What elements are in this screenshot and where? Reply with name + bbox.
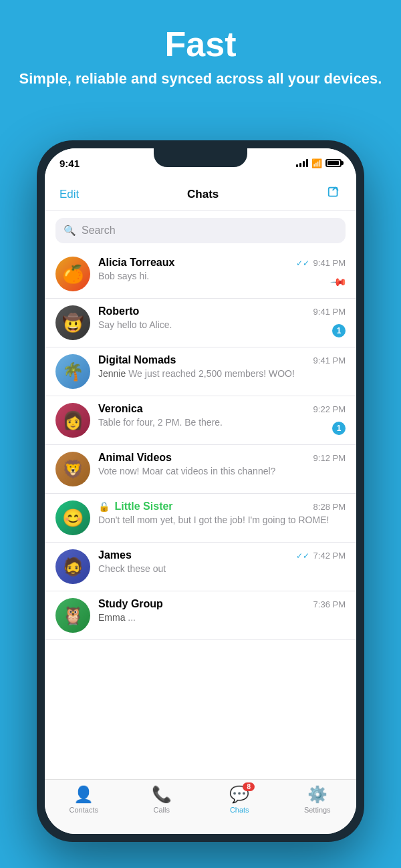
edit-button[interactable]: Edit xyxy=(59,188,79,201)
chat-time: ✓✓ 7:42 PM xyxy=(296,551,346,561)
read-receipt-icon: ✓✓ xyxy=(296,551,311,561)
chat-name: 🔒 Little Sister xyxy=(98,500,173,513)
avatar: 🦁 xyxy=(55,452,90,486)
chat-preview: Say hello to Alice. xyxy=(98,319,346,331)
chat-preview: Check these out xyxy=(98,563,346,575)
unread-badge: 1 xyxy=(332,324,346,337)
chat-name: Animal Videos xyxy=(98,452,172,464)
nav-bar: Edit Chats xyxy=(45,178,356,211)
tab-calls[interactable]: 📞 Calls xyxy=(123,785,201,814)
search-icon: 🔍 xyxy=(63,225,76,237)
page-title: Chats xyxy=(187,188,219,201)
list-item[interactable]: 🦉Study Group7:36 PMEmma ... xyxy=(45,591,356,640)
lock-icon: 🔒 xyxy=(98,501,110,512)
battery-icon xyxy=(325,159,342,167)
avatar: 🌴 xyxy=(55,354,90,389)
tab-settings[interactable]: ⚙️ Settings xyxy=(279,785,357,814)
chat-preview: Table for four, 2 PM. Be there. xyxy=(98,416,346,429)
chat-list: 🍊Alicia Torreaux✓✓ 9:41 PMBob says hi.📌🤠… xyxy=(45,250,356,640)
chat-time: 7:36 PM xyxy=(313,599,346,609)
hero-subtitle: Simple, reliable and synced across all y… xyxy=(0,69,401,89)
chat-name: James xyxy=(98,549,132,561)
tab-chats[interactable]: 💬8 Chats xyxy=(200,785,279,814)
tab-calls-label: Calls xyxy=(154,806,170,814)
list-item[interactable]: 🦁Animal Videos9:12 PMVote now! Moar cat … xyxy=(45,445,356,494)
list-item[interactable]: 😊🔒 Little Sister8:28 PMDon't tell mom ye… xyxy=(45,494,356,543)
chat-name: Roberto xyxy=(98,305,139,317)
chat-preview: Jennie We just reached 2,500 members! WO… xyxy=(98,368,346,380)
chat-time: ✓✓ 9:41 PM xyxy=(296,258,346,268)
chat-preview: Emma ... xyxy=(98,611,346,624)
chat-badge: 8 xyxy=(243,782,255,791)
chat-time: 9:41 PM xyxy=(313,307,346,317)
chat-name: Study Group xyxy=(98,598,163,610)
chat-preview: Vote now! Moar cat videos in this channe… xyxy=(98,465,346,478)
chat-preview: Don't tell mom yet, but I got the job! I… xyxy=(98,514,346,527)
tab-contacts-label: Contacts xyxy=(70,806,98,814)
compose-button[interactable] xyxy=(327,186,342,203)
list-item[interactable]: 👩Veronica9:22 PMTable for four, 2 PM. Be… xyxy=(45,396,356,445)
signal-icon xyxy=(296,159,308,167)
avatar: 🦉 xyxy=(55,598,90,633)
status-icons: 📶 xyxy=(296,158,342,168)
search-container: 🔍 Search xyxy=(45,211,356,250)
search-input[interactable]: Search xyxy=(82,225,116,237)
avatar: 😊 xyxy=(55,500,90,535)
chat-time: 9:41 PM xyxy=(313,355,346,366)
chat-preview: Bob says hi. xyxy=(98,270,346,283)
avatar: 👩 xyxy=(55,403,90,438)
calls-icon: 📞 xyxy=(152,785,172,804)
list-item[interactable]: 🍊Alicia Torreaux✓✓ 9:41 PMBob says hi.📌 xyxy=(45,250,356,299)
phone-notch xyxy=(154,148,247,167)
avatar: 🧔 xyxy=(55,549,90,584)
tab-bar: 👤 Contacts 📞 Calls 💬8 Chats ⚙️ Settings xyxy=(45,779,356,834)
phone-frame: 9:41 📶 Edit Chats xyxy=(37,140,364,842)
hero-title: Fast xyxy=(0,25,401,63)
chat-name: Digital Nomads xyxy=(98,354,176,366)
contacts-icon: 👤 xyxy=(74,785,94,804)
list-item[interactable]: 🌴Digital Nomads9:41 PMJennie We just rea… xyxy=(45,347,356,396)
read-receipt-icon: ✓✓ xyxy=(296,259,311,268)
chats-icon: 💬8 xyxy=(229,785,249,804)
phone-screen: 9:41 📶 Edit Chats xyxy=(45,148,356,834)
unread-badge: 1 xyxy=(332,422,346,435)
chat-name: Alicia Torreaux xyxy=(98,257,174,269)
avatar: 🍊 xyxy=(55,257,90,291)
wifi-icon: 📶 xyxy=(311,158,322,168)
status-time: 9:41 xyxy=(59,158,80,169)
list-item[interactable]: 🧔James✓✓ 7:42 PMCheck these out xyxy=(45,543,356,591)
avatar: 🤠 xyxy=(55,305,90,340)
chat-time: 9:12 PM xyxy=(313,453,346,463)
tab-chats-label: Chats xyxy=(230,806,249,814)
chat-time: 9:22 PM xyxy=(313,404,346,414)
tab-contacts[interactable]: 👤 Contacts xyxy=(45,785,123,814)
list-item[interactable]: 🤠Roberto9:41 PMSay hello to Alice.1 xyxy=(45,299,356,347)
search-bar[interactable]: 🔍 Search xyxy=(55,218,346,243)
tab-settings-label: Settings xyxy=(304,806,331,814)
settings-icon: ⚙️ xyxy=(307,785,327,804)
chat-name: Veronica xyxy=(98,403,143,415)
chat-time: 8:28 PM xyxy=(313,502,346,512)
